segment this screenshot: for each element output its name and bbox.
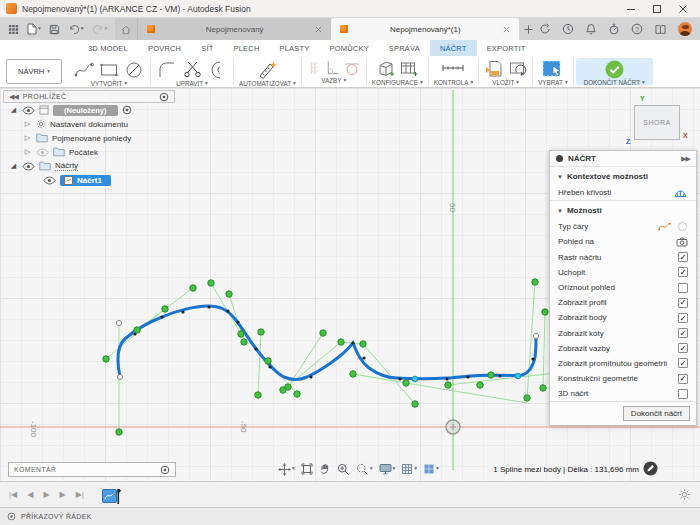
expander-icon[interactable]: ◢: [9, 162, 18, 170]
redo-button[interactable]: ▾: [92, 24, 108, 35]
perpendicular-constraint-icon[interactable]: [325, 59, 340, 77]
spline-tool-icon[interactable]: [73, 59, 95, 81]
tab-close-icon[interactable]: [315, 26, 322, 33]
tab-close-icon[interactable]: [503, 26, 510, 33]
home-tab-button[interactable]: [115, 18, 137, 40]
offset-tool-icon[interactable]: [206, 59, 228, 81]
navbar-gridico-button[interactable]: ▾: [401, 463, 417, 475]
job-status-icon[interactable]: [562, 23, 574, 35]
checkbox-unchecked[interactable]: [678, 283, 688, 293]
circle-tool-icon[interactable]: [123, 59, 145, 81]
collapse-right-icon[interactable]: ▶▶: [681, 155, 690, 163]
finish-sketch-palette-button[interactable]: Dokončit náčrt: [623, 406, 690, 421]
sketch-canvas[interactable]: -100-5050 Y X Z SHORA ◀◀ PROHLÍŽEČ ◢ (Ne…: [0, 88, 700, 481]
constraint-hatch-icon[interactable]: [307, 59, 322, 77]
component-radio-icon[interactable]: [122, 105, 132, 115]
ribbon-tab-5[interactable]: POMŮCKY: [320, 40, 379, 56]
help-icon[interactable]: ?: [631, 23, 643, 35]
checkbox-checked[interactable]: ✓: [678, 343, 688, 353]
ribbon-tab-2[interactable]: SÍŤ: [191, 40, 223, 56]
browser-row-origin[interactable]: ▷ Počátek: [3, 145, 175, 159]
trim-scissors-icon[interactable]: [181, 59, 203, 81]
configure-table-icon[interactable]: [399, 59, 419, 79]
navbar-pan-button[interactable]: ▾: [278, 463, 295, 476]
extensions-icon[interactable]: [539, 23, 551, 35]
curvature-comb-icon[interactable]: [673, 187, 688, 198]
ribbon-tab-7[interactable]: NÁČRT: [430, 40, 477, 56]
command-line-bar[interactable]: PŘÍKAZOVÝ ŘÁDEK: [0, 507, 700, 525]
ribbon-tab-8[interactable]: EXPORTIT: [477, 40, 536, 56]
timer-icon[interactable]: [608, 23, 620, 35]
checkbox-checked[interactable]: ✓: [678, 358, 688, 368]
select-tool-icon[interactable]: [541, 59, 565, 79]
save-button[interactable]: [49, 24, 60, 35]
expander-icon[interactable]: ▷: [23, 120, 32, 128]
tangent-constraint-icon[interactable]: [343, 59, 361, 77]
measure-tool-icon[interactable]: [441, 59, 465, 79]
browser-row-document-settings[interactable]: ▷ Nastavení dokumentu: [3, 117, 175, 131]
palette-header[interactable]: NÁČRT ▶▶: [550, 151, 696, 167]
ribbon-tab-1[interactable]: POVRCH: [138, 40, 191, 56]
selected-sketch-item[interactable]: Náčrt1: [60, 175, 111, 186]
document-tab-active[interactable]: Nepojmenovaný*(1): [331, 18, 519, 40]
browser-row-sketch1[interactable]: Náčrt1: [3, 173, 175, 187]
user-avatar[interactable]: [678, 22, 692, 36]
configure-box-icon[interactable]: [376, 59, 396, 79]
ribbon-tab-3[interactable]: PLECH: [224, 40, 270, 56]
visibility-eye-icon[interactable]: [43, 176, 56, 185]
comment-bar[interactable]: KOMENTÁŘ: [8, 462, 176, 477]
ribbon-tab-6[interactable]: SPRÁVA: [379, 40, 430, 56]
checkbox-checked[interactable]: ✓: [678, 313, 688, 323]
new-tab-button[interactable]: [519, 18, 539, 40]
learning-panel-icon[interactable]: [654, 24, 667, 35]
comment-expand-icon[interactable]: [160, 465, 170, 475]
root-node-label[interactable]: (Neuložený): [53, 105, 118, 116]
timeline-go-start-button[interactable]: |◀: [9, 490, 17, 499]
browser-header[interactable]: ◀◀ PROHLÍŽEČ: [3, 90, 175, 103]
timeline-step-back-button[interactable]: ◀: [27, 490, 33, 499]
browser-row-named-views[interactable]: ▷ Pojmenované pohledy: [3, 131, 175, 145]
document-tab-inactive[interactable]: Nepojmenovaný: [138, 18, 331, 40]
palette-section-header[interactable]: ▼Kontextové možnosti: [550, 167, 696, 184]
expander-icon[interactable]: ◢: [9, 106, 18, 114]
timeline-gear-icon[interactable]: [678, 488, 691, 501]
close-icon[interactable]: [678, 4, 688, 14]
expander-icon[interactable]: ▷: [23, 148, 32, 156]
timeline-go-end-button[interactable]: ▶|: [76, 490, 84, 499]
navbar-monitor-button[interactable]: ▾: [379, 463, 396, 475]
timeline-step-forward-button[interactable]: ▶: [60, 490, 66, 499]
visibility-eye-icon[interactable]: [22, 162, 35, 171]
timeline-sketch-feature-icon[interactable]: [102, 488, 121, 504]
palette-section-header[interactable]: ▼Možnosti: [550, 201, 696, 218]
minimize-icon[interactable]: [626, 4, 636, 14]
navbar-magplus-button[interactable]: [337, 463, 350, 476]
design-workspace-button[interactable]: NÁVRH ▾: [6, 59, 62, 84]
browser-settings-icon[interactable]: [159, 92, 169, 102]
visibility-eye-off-icon[interactable]: [36, 148, 49, 157]
browser-row-sketches[interactable]: ◢ Náčrty: [3, 159, 175, 173]
undo-button[interactable]: ▾: [68, 24, 84, 35]
section-collapse-icon[interactable]: ▼: [557, 174, 563, 180]
maximize-icon[interactable]: [652, 4, 662, 14]
browser-row-root[interactable]: ◢ (Neuložený): [3, 103, 175, 117]
navbar-magsel-button[interactable]: ▾: [356, 463, 373, 476]
palette-grip-icon[interactable]: [556, 155, 563, 162]
checkbox-unchecked[interactable]: [678, 389, 688, 399]
insert-canvas-icon[interactable]: [507, 59, 527, 79]
viewcube-face-top[interactable]: SHORA: [634, 105, 680, 140]
app-grid-icon[interactable]: [8, 24, 19, 35]
navbar-quad-button[interactable]: ▾: [423, 463, 439, 475]
expander-icon[interactable]: ▷: [23, 134, 32, 142]
navbar-hand-button[interactable]: [319, 463, 331, 475]
checkbox-checked[interactable]: ✓: [678, 267, 688, 277]
section-collapse-icon[interactable]: ▼: [557, 208, 563, 214]
checkbox-checked[interactable]: ✓: [678, 252, 688, 262]
linetype-circle-icon[interactable]: [677, 221, 688, 232]
navbar-fit-button[interactable]: [301, 463, 313, 475]
fillet-tool-icon[interactable]: [156, 59, 178, 81]
rectangle-tool-icon[interactable]: [98, 59, 120, 81]
checkbox-checked[interactable]: ✓: [678, 328, 688, 338]
ribbon-tab-4[interactable]: PLASTY: [270, 40, 320, 56]
checkbox-checked[interactable]: ✓: [678, 298, 688, 308]
finish-sketch-button[interactable]: DOKONČIT NÁČRT▾: [576, 58, 653, 85]
